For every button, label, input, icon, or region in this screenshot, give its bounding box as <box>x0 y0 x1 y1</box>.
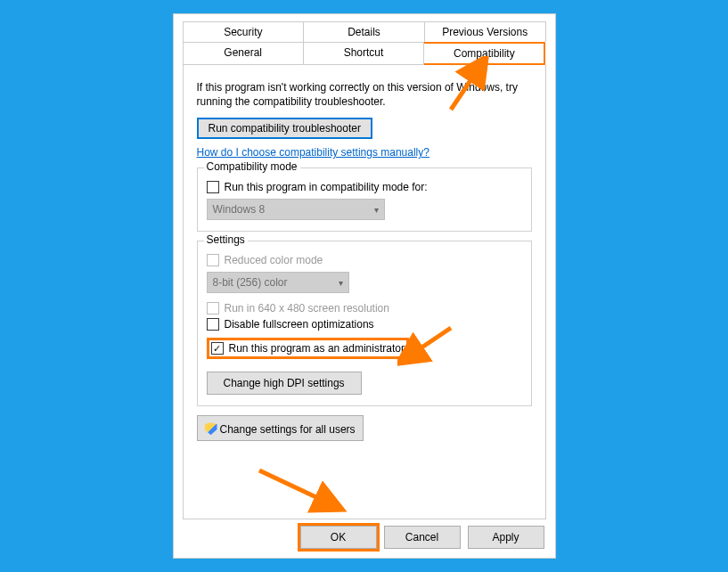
change-dpi-button[interactable]: Change high DPI settings <box>207 372 362 395</box>
intro-text: If this program isn't working correctly … <box>197 81 532 109</box>
tab-compatibility[interactable]: Compatibility <box>424 42 545 65</box>
tab-security[interactable]: Security <box>183 21 305 42</box>
arrow-annotation-icon <box>250 466 348 515</box>
compat-mode-combo-value: Windows 8 <box>213 203 266 216</box>
chevron-down-icon: ▾ <box>374 205 379 215</box>
cancel-button[interactable]: Cancel <box>384 526 461 549</box>
tab-shortcut[interactable]: Shortcut <box>304 42 424 65</box>
ok-button[interactable]: OK <box>300 526 377 549</box>
reduced-color-label: Reduced color mode <box>225 254 323 266</box>
color-combo[interactable]: 8-bit (256) color ▾ <box>207 272 349 293</box>
chevron-down-icon: ▾ <box>339 278 343 288</box>
reduced-color-checkbox[interactable] <box>207 254 219 266</box>
disable-fullscreen-label: Disable fullscreen optimizations <box>225 318 374 331</box>
compat-mode-group: Compatibility mode Run this program in c… <box>197 168 532 232</box>
shield-icon <box>205 422 217 435</box>
run-640-checkbox[interactable] <box>207 302 219 315</box>
tab-details[interactable]: Details <box>304 21 425 42</box>
compat-mode-checkbox[interactable] <box>207 181 219 193</box>
manual-settings-link[interactable]: How do I choose compatibility settings m… <box>197 146 429 159</box>
apply-button[interactable]: Apply <box>468 526 544 549</box>
dialog-buttons: OK Cancel Apply <box>300 526 544 549</box>
change-all-users-button[interactable]: Change settings for all users <box>197 415 364 441</box>
run-as-admin-checkbox[interactable] <box>211 342 224 355</box>
color-combo-value: 8-bit (256) color <box>213 276 288 289</box>
settings-title: Settings <box>204 233 248 246</box>
compat-mode-combo[interactable]: Windows 8 ▾ <box>207 199 385 220</box>
change-all-users-label: Change settings for all users <box>220 423 356 436</box>
run-as-admin-row: Run this program as an administrator <box>207 338 409 359</box>
compatibility-panel: If this program isn't working correctly … <box>183 65 546 519</box>
properties-dialog: Security Details Previous Versions Gener… <box>173 13 556 559</box>
compat-mode-label: Run this program in compatibility mode f… <box>225 181 428 193</box>
compat-mode-title: Compatibility mode <box>204 160 300 173</box>
disable-fullscreen-checkbox[interactable] <box>207 318 219 331</box>
tabstrip: Security Details Previous Versions Gener… <box>183 21 546 65</box>
tab-previous-versions[interactable]: Previous Versions <box>425 21 546 42</box>
tab-general[interactable]: General <box>183 42 304 65</box>
run-as-admin-label: Run this program as an administrator <box>229 342 405 355</box>
settings-group: Settings Reduced color mode 8-bit (256) … <box>197 241 532 406</box>
run-640-label: Run in 640 x 480 screen resolution <box>225 302 389 315</box>
run-troubleshooter-button[interactable]: Run compatibility troubleshooter <box>197 118 372 139</box>
